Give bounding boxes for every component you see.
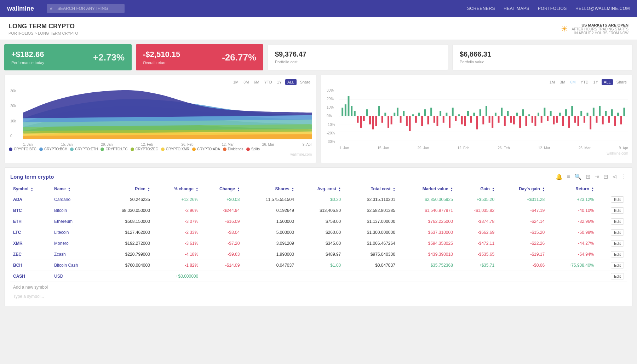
market-status-line2: AFTER HOURS TRADING STARTS (572, 27, 629, 31)
grid-icon[interactable]: ⊟ (603, 173, 608, 180)
bar-btn-1m[interactable]: 1M (548, 79, 556, 85)
cell-total-cost: $975.040300 (344, 249, 398, 260)
col-pct-change[interactable]: % change ▲▼ (153, 184, 201, 194)
edit-button[interactable]: Edit (611, 196, 624, 203)
svg-rect-20 (384, 113, 386, 116)
cell-gain: -$535.65 (456, 249, 497, 260)
bar-btn-3m[interactable]: 3M (558, 79, 567, 85)
bar-chart-controls: 1M 3M 6M YTD 1Y ALL Share (325, 79, 628, 85)
btn-share[interactable]: Share (299, 79, 312, 85)
bar-btn-share[interactable]: Share (615, 79, 628, 85)
col-avg-cost[interactable]: Avg. cost ▲▼ (297, 184, 344, 194)
type-symbol-input[interactable]: Type a symbol... (10, 293, 627, 300)
cell-edit[interactable]: Edit (597, 216, 627, 227)
btn-1m[interactable]: 1M (232, 79, 240, 85)
table-row: CASH USD +$0.000000 Edit (10, 271, 627, 282)
search-input[interactable] (47, 4, 125, 13)
svg-rect-50 (476, 116, 478, 129)
col-change[interactable]: Change ▲▼ (201, 184, 242, 194)
cell-symbol: BCH (10, 260, 51, 271)
btn-1y[interactable]: 1Y (276, 79, 283, 85)
cell-gain: +$535.20 (456, 194, 497, 205)
search-table-icon[interactable]: 🔍 (574, 173, 581, 180)
svg-rect-57 (498, 116, 500, 123)
bar-chart-card: 1M 3M 6M YTD 1Y ALL Share 30%20%10%0%-10… (321, 75, 633, 163)
svg-rect-92 (605, 111, 607, 116)
nav-portfolios[interactable]: PORTFOLIOS (538, 6, 567, 11)
svg-rect-14 (366, 109, 368, 116)
sun-icon: ☀ (561, 24, 568, 34)
col-name[interactable]: Name ▲▼ (51, 184, 98, 194)
nav-heatmaps[interactable]: HEAT MAPS (504, 6, 529, 11)
bell-icon[interactable]: 🔔 (556, 173, 563, 180)
cell-shares: 1.990000 (242, 249, 297, 260)
cell-avg-cost: $758.00 (297, 216, 344, 227)
cell-edit[interactable]: Edit (597, 227, 627, 238)
col-return[interactable]: Return ▲▼ (547, 184, 597, 194)
bar-btn-1y[interactable]: 1Y (592, 79, 599, 85)
edit-button-cash[interactable]: Edit (611, 273, 624, 279)
search-wrapper: ☌ (47, 4, 125, 13)
page-title: LONG TERM CRYPTO (8, 23, 78, 30)
cell-edit[interactable]: Edit (597, 194, 627, 205)
svg-rect-88 (593, 108, 595, 116)
watermark-right: wallmine.com (325, 151, 628, 155)
add-symbol-link[interactable]: Add a new symbol (10, 282, 627, 293)
col-symbol[interactable]: Symbol ▲▼ (10, 184, 51, 194)
bar-btn-6m[interactable]: 6M (569, 79, 577, 85)
col-market-value[interactable]: Market value ▲▼ (398, 184, 456, 194)
cell-edit[interactable]: Edit (597, 260, 627, 271)
cell-edit[interactable]: Edit (597, 238, 627, 249)
svg-rect-68 (532, 116, 533, 123)
bar-btn-ytd[interactable]: YTD (579, 79, 590, 85)
svg-rect-43 (455, 116, 457, 121)
export-icon[interactable]: ⇥ (595, 173, 599, 180)
share-icon[interactable]: ⊲ (612, 173, 617, 180)
svg-rect-96 (617, 113, 619, 116)
edit-button[interactable]: Edit (611, 229, 624, 236)
cell-edit[interactable]: Edit (597, 205, 627, 216)
edit-button[interactable]: Edit (611, 251, 624, 258)
edit-button[interactable]: Edit (611, 240, 624, 247)
more-icon[interactable]: ⋮ (621, 173, 627, 180)
watermark-left: wallmine.com (9, 152, 312, 156)
cell-pct-change: -2.96% (153, 205, 201, 216)
svg-rect-25 (400, 116, 402, 123)
edit-button[interactable]: Edit (611, 207, 624, 214)
cell-edit[interactable]: Edit (597, 271, 627, 282)
cell-return: -32.96% (547, 216, 597, 227)
svg-rect-47 (467, 111, 469, 116)
cell-return (547, 271, 597, 282)
nav-screeners[interactable]: SCREENERS (467, 6, 495, 11)
btn-6m[interactable]: 6M (252, 79, 260, 85)
col-days-gain[interactable]: Day's gain ▲▼ (497, 184, 547, 194)
cell-edit[interactable]: Edit (597, 249, 627, 260)
svg-rect-34 (427, 116, 429, 125)
bar-btn-all[interactable]: ALL (602, 79, 613, 85)
logo: wallmine (7, 5, 34, 12)
edit-button[interactable]: Edit (611, 218, 624, 225)
cell-change: -$14.09 (201, 260, 242, 271)
market-status-line1: US MARKETS ARE OPEN (572, 23, 629, 27)
nav-account[interactable]: HELLO@WALLMINE.COM (575, 6, 630, 11)
btn-all[interactable]: ALL (285, 79, 297, 85)
header: wallmine ☌ SCREENERS HEAT MAPS PORTFOLIO… (0, 0, 637, 17)
cell-days-gain: -$19.17 (497, 249, 547, 260)
cell-avg-cost: $489.97 (297, 249, 344, 260)
col-total-cost[interactable]: Total cost ▲▼ (344, 184, 398, 194)
col-price[interactable]: Price ▲▼ (98, 184, 153, 194)
col-shares[interactable]: Shares ▲▼ (242, 184, 297, 194)
cell-total-cost: $0.047037 (344, 260, 398, 271)
svg-rect-6 (342, 108, 343, 116)
cell-name: Monero (51, 238, 98, 249)
columns-icon[interactable]: ⊞ (586, 173, 590, 180)
cell-change: -$7.20 (201, 238, 242, 249)
col-gain[interactable]: Gain ▲▼ (456, 184, 497, 194)
btn-ytd[interactable]: YTD (263, 79, 274, 85)
filter-icon[interactable]: ≡ (567, 173, 570, 180)
btn-3m[interactable]: 3M (242, 79, 250, 85)
svg-rect-30 (415, 116, 417, 123)
svg-rect-49 (473, 113, 475, 116)
edit-button[interactable]: Edit (611, 262, 624, 268)
chart-legend: CRYPTO:BTC CRYPTO:BCH CRYPTO:ETH CRYPTO:… (9, 147, 312, 151)
